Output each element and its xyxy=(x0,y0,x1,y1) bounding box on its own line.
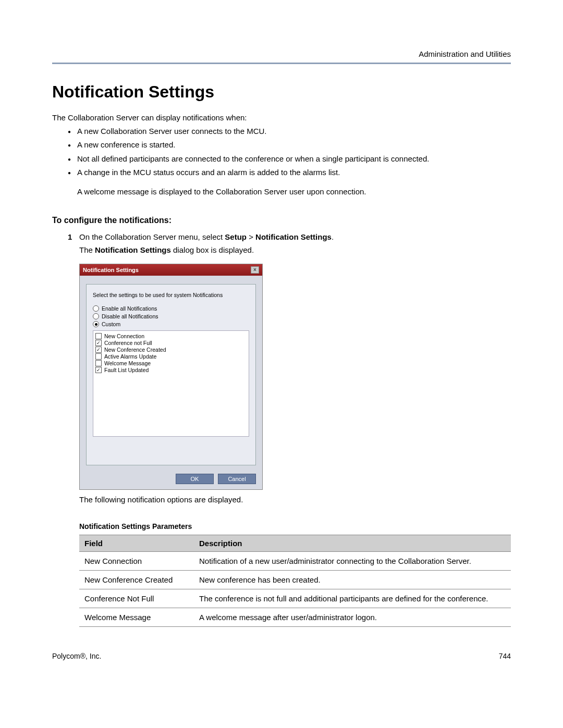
bullet-list: A new Collaboration Server user connects… xyxy=(68,126,511,178)
step-item: 1 On the Collaboration Server menu, sele… xyxy=(68,231,511,242)
dialog-titlebar: Notification Settings × xyxy=(80,264,262,276)
step-subtext: The Notification Settings dialog box is … xyxy=(79,245,511,254)
cancel-button[interactable]: Cancel xyxy=(218,474,256,484)
checkbox-icon xyxy=(95,353,102,360)
check-label: Active Alarms Update xyxy=(104,353,156,360)
radio-custom[interactable]: Custom xyxy=(93,321,249,327)
table-row: Conference Not Full The conference is no… xyxy=(79,589,511,608)
radio-label: Disable all Notifications xyxy=(102,313,158,319)
step-subtext-bold: Notification Settings xyxy=(95,245,171,254)
table-caption: Notification Settings Parameters xyxy=(79,522,511,530)
td-field: New Connection xyxy=(79,552,194,571)
td-field: Welcome Message xyxy=(79,608,194,627)
step-subtext-part: The xyxy=(79,245,95,254)
check-label: Conference not Full xyxy=(104,340,152,346)
check-new-conference-created[interactable]: New Conference Created xyxy=(95,347,247,353)
ok-button[interactable]: OK xyxy=(176,474,214,484)
post-dialog-text: The following notification options are d… xyxy=(79,495,511,504)
check-new-connection[interactable]: New Connection xyxy=(95,333,247,339)
checkbox-icon xyxy=(95,360,102,366)
check-active-alarms-update[interactable]: Active Alarms Update xyxy=(95,353,247,360)
bullet-item: A change in the MCU status occurs and an… xyxy=(68,167,511,178)
footer-page-number: 744 xyxy=(499,652,511,660)
check-welcome-message[interactable]: Welcome Message xyxy=(95,360,247,366)
step-number: 1 xyxy=(68,231,72,242)
radio-label: Enable all Notifications xyxy=(102,305,157,312)
check-conference-not-full[interactable]: Conference not Full xyxy=(95,340,247,346)
th-description: Description xyxy=(194,535,511,552)
td-field: New Conference Created xyxy=(79,571,194,589)
close-icon[interactable]: × xyxy=(251,266,259,274)
checkbox-icon xyxy=(95,367,102,373)
custom-checklist: New Connection Conference not Full New C… xyxy=(93,330,249,437)
check-label: Welcome Message xyxy=(104,360,151,366)
radio-icon xyxy=(93,305,99,312)
checkbox-icon xyxy=(95,347,102,353)
td-desc: The conference is not full and additiona… xyxy=(194,589,511,608)
check-label: New Conference Created xyxy=(104,347,166,353)
step-text-part: On the Collaboration Server menu, select xyxy=(79,232,225,241)
radio-enable-all[interactable]: Enable all Notifications xyxy=(93,305,249,312)
table-row: Welcome Message A welcome message after … xyxy=(79,608,511,627)
parameters-table: Field Description New Connection Notific… xyxy=(79,535,511,627)
th-field: Field xyxy=(79,535,194,552)
step-text-bold: Setup xyxy=(225,232,247,241)
check-fault-list-updated[interactable]: Fault List Updated xyxy=(95,367,247,373)
dialog-title-text: Notification Settings xyxy=(83,267,139,273)
td-desc: New conference has been created. xyxy=(194,571,511,589)
td-desc: Notification of a new user/administrator… xyxy=(194,552,511,571)
radio-label: Custom xyxy=(102,321,120,327)
table-row: New Connection Notification of a new use… xyxy=(79,552,511,571)
bullet-item: Not all defined participants are connect… xyxy=(68,154,511,164)
check-label: New Connection xyxy=(104,333,144,339)
checkbox-icon xyxy=(95,340,102,346)
intro-text: The Collaboration Server can display not… xyxy=(52,113,511,122)
check-label: Fault List Updated xyxy=(104,367,149,373)
checkbox-icon xyxy=(95,333,102,339)
page-header-right: Administration and Utilities xyxy=(52,50,511,58)
radio-disable-all[interactable]: Disable all Notifications xyxy=(93,313,249,319)
header-rule xyxy=(52,63,511,64)
bullet-item: A new conference is started. xyxy=(68,140,511,150)
step-text-part: . xyxy=(332,232,334,241)
step-text-part: > xyxy=(247,232,255,241)
table-row: New Conference Created New conference ha… xyxy=(79,571,511,589)
td-desc: A welcome message after user/administrat… xyxy=(194,608,511,627)
td-field: Conference Not Full xyxy=(79,589,194,608)
radio-icon xyxy=(93,313,99,319)
radio-icon xyxy=(93,321,99,327)
after-bullets-text: A welcome message is displayed to the Co… xyxy=(77,187,511,196)
dialog-prompt: Select the settings to be used for syste… xyxy=(93,292,249,298)
step-subtext-part: dialog box is displayed. xyxy=(171,245,254,254)
section-title: Notification Settings xyxy=(52,82,511,102)
notification-settings-dialog: Notification Settings × Select the setti… xyxy=(79,264,263,490)
step-text-bold: Notification Settings xyxy=(255,232,332,241)
footer-left: Polycom®, Inc. xyxy=(52,652,101,660)
bullet-item: A new Collaboration Server user connects… xyxy=(68,126,511,137)
procedure-heading: To configure the notifications: xyxy=(52,216,511,225)
